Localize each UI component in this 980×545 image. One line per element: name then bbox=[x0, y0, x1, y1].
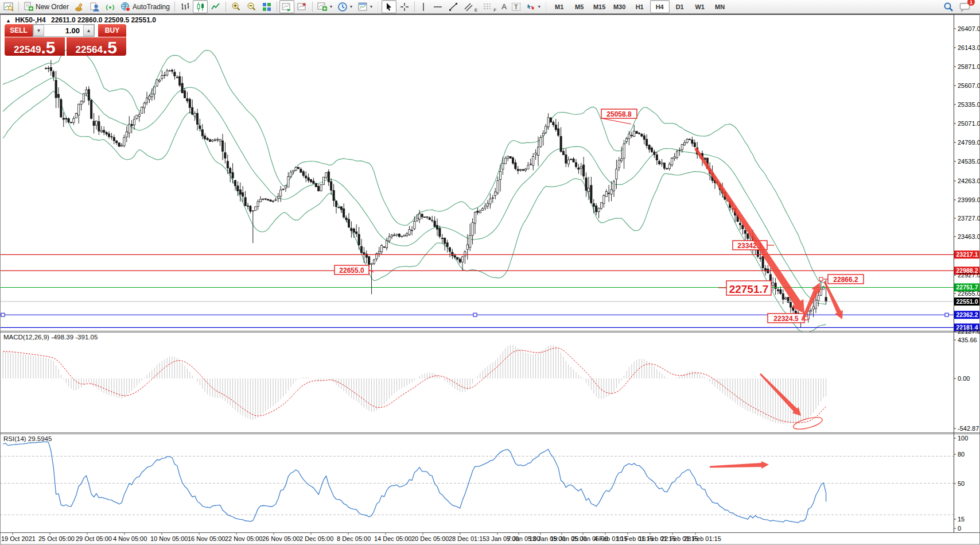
svg-text:24263.0: 24263.0 bbox=[958, 177, 980, 184]
svg-text:22551.0: 22551.0 bbox=[956, 298, 978, 305]
equidistant-channel-button[interactable]: E bbox=[461, 0, 480, 13]
expert-advisors-button[interactable] bbox=[72, 0, 87, 13]
chart-window-icon bbox=[3, 2, 14, 12]
tile-windows-button[interactable] bbox=[259, 0, 274, 13]
bar-chart-button[interactable] bbox=[177, 0, 192, 13]
timeframe-mn[interactable]: MN bbox=[710, 0, 730, 13]
one-click-trading-panel: SELL ▼ ▲ BUY 22549 .5 22564 .5 bbox=[5, 24, 126, 56]
timeframe-w1[interactable]: W1 bbox=[690, 0, 710, 13]
template-icon bbox=[357, 2, 368, 12]
timeframe-h4[interactable]: H4 bbox=[650, 0, 670, 13]
toolbar-grip[interactable] bbox=[545, 2, 547, 12]
price-annotation-22655.0[interactable]: 22655.0 bbox=[335, 265, 374, 275]
new-order-button[interactable]: New Order bbox=[21, 0, 71, 13]
search-button[interactable] bbox=[940, 0, 956, 13]
timeframe-m30[interactable]: M30 bbox=[610, 0, 629, 13]
buy-button[interactable]: BUY bbox=[98, 24, 126, 37]
timeframe-h1[interactable]: H1 bbox=[630, 0, 650, 13]
timeframe-m15[interactable]: M15 bbox=[590, 0, 609, 13]
svg-text:25871.0: 25871.0 bbox=[958, 63, 980, 70]
time-axis-label: 16 Nov 05:00 bbox=[188, 535, 225, 542]
time-axis-label: 29 Oct 05:00 bbox=[76, 535, 112, 542]
svg-text:26407.0: 26407.0 bbox=[958, 25, 980, 32]
signals-button[interactable] bbox=[103, 0, 118, 13]
price-annotation-25058.8[interactable]: 25058.8 bbox=[601, 109, 637, 124]
chart-canvas[interactable]: 23217.122988.222751.722551.022362.222181… bbox=[0, 0, 980, 545]
arrows-tool-button[interactable]: ▾ bbox=[523, 0, 543, 13]
sell-price-main: 22549 bbox=[14, 45, 41, 55]
line-handle[interactable] bbox=[945, 313, 948, 316]
svg-text:22324.5: 22324.5 bbox=[773, 315, 799, 323]
svg-text:23217.1: 23217.1 bbox=[956, 251, 978, 258]
line-chart-icon bbox=[211, 2, 221, 12]
horizontal-line-button[interactable] bbox=[430, 0, 445, 13]
volume-decrease-button[interactable]: ▼ bbox=[33, 25, 44, 36]
sell-button[interactable]: SELL bbox=[5, 24, 33, 37]
chart-shift-button[interactable] bbox=[295, 0, 310, 13]
svg-text:23999.0: 23999.0 bbox=[958, 196, 980, 203]
svg-text:435.66: 435.66 bbox=[958, 337, 977, 343]
rsi-label: RSI(14) 29.5945 bbox=[3, 435, 52, 442]
candlestick-chart-icon bbox=[195, 2, 205, 12]
volume-input[interactable] bbox=[44, 25, 83, 36]
timeframe-m5[interactable]: M5 bbox=[570, 0, 589, 13]
new-chart-button[interactable] bbox=[1, 0, 16, 13]
chevron-down-icon: ▾ bbox=[330, 4, 332, 9]
chevron-down-icon: ▾ bbox=[350, 4, 352, 9]
timeframe-d1[interactable]: D1 bbox=[670, 0, 690, 13]
svg-text:25071.0: 25071.0 bbox=[958, 120, 980, 127]
buy-price[interactable]: 22564 .5 bbox=[67, 37, 127, 56]
timeframe-m1[interactable]: M1 bbox=[550, 0, 569, 13]
community-button[interactable] bbox=[87, 0, 102, 13]
svg-text:0: 0 bbox=[958, 525, 961, 532]
autotrading-button[interactable]: AutoTrading bbox=[118, 0, 172, 13]
price-annotation-23342.1[interactable]: 23342.1 bbox=[733, 241, 774, 250]
svg-text:22927.0: 22927.0 bbox=[958, 272, 980, 279]
rsi-indicator bbox=[3, 442, 826, 523]
sell-price[interactable]: 22549 .5 bbox=[5, 37, 65, 56]
one-click-toggle-icon[interactable]: ▲ bbox=[6, 18, 11, 24]
fibonacci-button[interactable]: F bbox=[480, 0, 499, 13]
zoom-out-button[interactable] bbox=[244, 0, 259, 13]
volume-increase-button[interactable]: ▲ bbox=[83, 25, 94, 36]
sell-price-fraction: .5 bbox=[41, 41, 55, 55]
time-axis-label: 28 Feb 01:15 bbox=[684, 535, 721, 542]
chat-button[interactable]: 1 bbox=[957, 0, 973, 13]
svg-text:25058.8: 25058.8 bbox=[606, 110, 632, 118]
svg-text:25607.0: 25607.0 bbox=[958, 82, 980, 89]
vertical-line-button[interactable] bbox=[417, 0, 430, 13]
indicators-button[interactable]: ▾ bbox=[315, 0, 335, 13]
user-icon bbox=[90, 2, 100, 12]
templates-button[interactable]: ▾ bbox=[355, 0, 375, 13]
cursor-button[interactable] bbox=[382, 0, 396, 13]
time-axis-label: 14 Dec 05:00 bbox=[374, 535, 411, 542]
candlestick-chart-button[interactable] bbox=[193, 0, 208, 13]
svg-text:22751.7: 22751.7 bbox=[729, 283, 769, 295]
trendline-button[interactable] bbox=[446, 0, 461, 13]
horizontal-line-icon bbox=[433, 2, 443, 12]
price-annotation-22751.7[interactable]: 22751.7 bbox=[718, 281, 771, 295]
auto-scroll-button[interactable] bbox=[279, 0, 294, 13]
toolbar-grip[interactable] bbox=[377, 2, 379, 12]
line-handle[interactable] bbox=[1, 313, 5, 316]
fibonacci-icon bbox=[483, 2, 492, 12]
zoom-in-button[interactable] bbox=[228, 0, 243, 13]
channel-icon bbox=[464, 2, 473, 12]
text-tool-glyph: A bbox=[501, 2, 507, 11]
autotrading-label: AutoTrading bbox=[133, 3, 170, 11]
text-button[interactable]: A bbox=[499, 0, 509, 13]
time-axis-label: 2 Dec 05:00 bbox=[300, 535, 333, 542]
new-order-icon bbox=[24, 2, 34, 12]
volume-control: ▼ ▲ bbox=[33, 24, 95, 37]
rsi-right-arrow[interactable] bbox=[710, 461, 769, 469]
buy-price-main: 22564 bbox=[76, 45, 103, 55]
macd-ellipse-annotation[interactable] bbox=[792, 415, 823, 432]
svg-text:22655.0: 22655.0 bbox=[958, 290, 980, 297]
line-chart-button[interactable] bbox=[208, 0, 223, 13]
crosshair-button[interactable] bbox=[397, 0, 412, 13]
text-label-button[interactable]: T bbox=[510, 0, 523, 13]
line-handle[interactable] bbox=[473, 313, 477, 316]
symbol-period-label: HK50-,H4 bbox=[15, 16, 45, 24]
toolbar-separator bbox=[225, 2, 226, 12]
periods-button[interactable]: ▾ bbox=[335, 0, 355, 13]
